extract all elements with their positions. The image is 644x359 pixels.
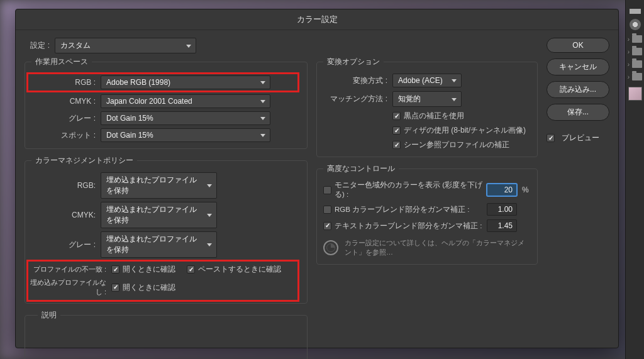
folder-item-4[interactable]: ›: [626, 73, 644, 80]
cmyk-dropdown[interactable]: Japan Color 2001 Coated: [101, 94, 270, 108]
mismatch-label: プロファイルの不一致 :: [28, 265, 111, 274]
rgb-gamma-input[interactable]: [487, 203, 517, 216]
text-gamma-input[interactable]: [487, 219, 517, 232]
settings-label: 設定 :: [25, 40, 55, 51]
policy-fieldset: カラーマネジメントポリシー RGB: 埋め込まれたプロファイルを保持 CMYK:…: [25, 155, 308, 304]
desat-input[interactable]: [487, 184, 517, 196]
policy-gray-label: グレー :: [25, 240, 101, 250]
blackpoint-checkbox[interactable]: [392, 112, 401, 120]
policy-legend: カラーマネジメントポリシー: [31, 155, 137, 166]
cmyk-label: CMYK :: [25, 97, 101, 106]
engine-dropdown[interactable]: Adobe (ACE): [392, 74, 462, 87]
missing-label: 埋め込みプロファイルなし :: [28, 278, 111, 297]
desat-unit: %: [522, 185, 531, 194]
text-gamma-label: テキストカラーブレンド部分をガンマ補正 :: [335, 221, 487, 231]
missing-open-checkbox[interactable]: [111, 284, 119, 292]
rgb-label: RGB :: [30, 78, 101, 87]
policy-rgb-dropdown[interactable]: 埋め込まれたプロファイルを保持: [101, 172, 217, 199]
policy-cmyk-dropdown[interactable]: 埋め込まれたプロファイルを保持: [101, 202, 217, 228]
desat-label: モニター色域外のカラーを表示 (彩度を下げる) :: [335, 180, 487, 199]
rgb-gamma-checkbox[interactable]: [323, 206, 331, 214]
gray-label: グレー :: [25, 113, 101, 124]
intent-dropdown[interactable]: 知覚的: [392, 91, 462, 107]
folder-item-1[interactable]: ›: [626, 35, 644, 43]
info-icon: [323, 240, 338, 255]
dialog-title: カラー設定: [16, 9, 618, 30]
description-fieldset: 説明: [25, 310, 308, 359]
policy-gray-dropdown[interactable]: 埋め込まれたプロファイルを保持: [101, 231, 217, 258]
policy-rgb-label: RGB:: [25, 181, 101, 190]
spot-label: スポット :: [25, 130, 101, 141]
mismatch-open-text: 開くときに確認: [123, 265, 175, 274]
advanced-fieldset: 高度なコントロール モニター色域外のカラーを表示 (彩度を下げる) : % RG…: [316, 163, 538, 265]
mismatch-paste-checkbox[interactable]: [187, 265, 195, 273]
policy-cmyk-label: CMYK:: [25, 211, 101, 219]
engine-label: 変換方式 :: [317, 75, 392, 86]
workspace-fieldset: 作業用スペース RGB : Adobe RGB (1998) CMYK : Ja…: [25, 57, 308, 149]
cancel-button[interactable]: キャンセル: [547, 58, 609, 75]
scene-text: シーン参照プロファイルの補正: [404, 140, 509, 150]
dither-checkbox[interactable]: [392, 126, 401, 135]
advanced-legend: 高度なコントロール: [323, 163, 399, 174]
scene-checkbox[interactable]: [392, 141, 401, 149]
help-text: カラー設定について詳しくは、ヘルプの「カラーマネジメント」を参照…: [345, 238, 531, 258]
folder-item-3[interactable]: ›: [626, 60, 644, 68]
ok-button[interactable]: OK: [547, 38, 609, 53]
color-settings-dialog: カラー設定 設定 : カスタム 作業用スペース RGB : Adobe RGB …: [15, 9, 619, 348]
mismatch-open-checkbox[interactable]: [111, 265, 119, 273]
intent-label: マッチング方法 :: [317, 94, 392, 104]
description-legend: 説明: [38, 310, 60, 321]
preview-checkbox[interactable]: [547, 134, 555, 142]
spot-dropdown[interactable]: Dot Gain 15%: [101, 128, 270, 142]
workspace-legend: 作業用スペース: [31, 57, 92, 67]
desat-checkbox[interactable]: [323, 186, 331, 194]
mismatch-paste-text: ペーストするときに確認: [198, 265, 281, 274]
thumbnail[interactable]: [628, 87, 642, 101]
settings-dropdown[interactable]: カスタム: [55, 38, 196, 53]
save-button[interactable]: 保存...: [547, 104, 609, 121]
histogram-icon[interactable]: [630, 5, 641, 14]
conversion-fieldset: 変換オプション 変換方式 : Adobe (ACE) マッチング方法 : 知覚的…: [316, 57, 538, 157]
gray-dropdown[interactable]: Dot Gain 15%: [101, 111, 270, 125]
rgb-dropdown[interactable]: Adobe RGB (1998): [101, 75, 270, 89]
preview-label: プレビュー: [562, 133, 599, 143]
text-gamma-checkbox[interactable]: [323, 222, 331, 230]
missing-open-text: 開くときに確認: [123, 283, 175, 292]
adjustments-icon[interactable]: [630, 19, 641, 30]
rgb-gamma-label: RGB カラーブレンド部分をガンマ補正 :: [335, 205, 487, 214]
right-panel-dock: › › › ›: [625, 0, 644, 359]
blackpoint-text: 黒点の補正を使用: [404, 111, 464, 121]
folder-item-2[interactable]: ›: [626, 48, 644, 55]
load-button[interactable]: 読み込み...: [547, 81, 609, 98]
dither-text: ディザの使用 (8-bit/チャンネル画像): [404, 125, 526, 136]
conversion-legend: 変換オプション: [323, 57, 384, 67]
